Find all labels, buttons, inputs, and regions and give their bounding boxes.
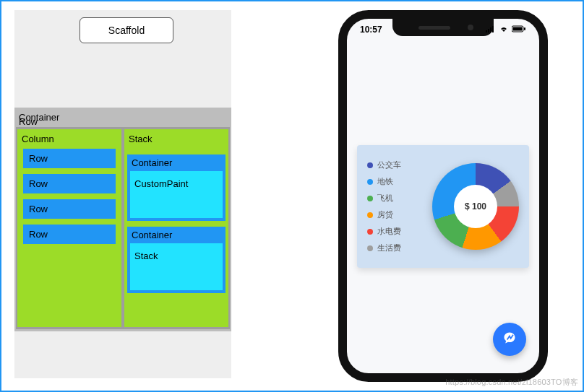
legend-label: 水电费	[377, 226, 401, 237]
layout-diagram: Scaffold Container Row Column Row Row Ro…	[14, 10, 231, 378]
wifi-icon	[499, 25, 509, 35]
container-node: Container Row Column Row Row Row Row Sta…	[14, 108, 231, 331]
legend-item: 生活费	[367, 243, 401, 253]
signal-icon	[486, 25, 496, 35]
phone-mockup: 10:57 公交车 地铁 飞机 房贷 水电费 生活费 $ 100	[338, 10, 548, 382]
container-label: Container	[130, 230, 223, 240]
chat-icon	[502, 331, 517, 348]
row-item: Row	[23, 199, 116, 219]
status-bar: 10:57	[347, 25, 539, 35]
legend: 公交车 地铁 飞机 房贷 水电费 生活费	[367, 160, 401, 253]
container-label: Container	[16, 110, 230, 124]
legend-dot	[367, 162, 373, 168]
legend-label: 生活费	[377, 243, 401, 253]
stack-container-1: Container CustomPaint	[127, 154, 226, 221]
svg-rect-2	[490, 27, 491, 32]
legend-dot	[367, 179, 373, 185]
fab-button[interactable]	[493, 323, 526, 356]
legend-label: 地铁	[377, 176, 393, 187]
stack-container-2: Container Stack	[127, 227, 226, 293]
container-label: Container	[130, 157, 223, 168]
status-time: 10:57	[360, 25, 382, 35]
legend-label: 房贷	[377, 209, 393, 220]
svg-rect-1	[488, 29, 489, 32]
battery-icon	[512, 25, 526, 35]
legend-item: 水电费	[367, 226, 401, 237]
column-rows: Row Row Row Row	[20, 149, 119, 244]
legend-label: 飞机	[377, 193, 393, 204]
scaffold-node: Scaffold	[80, 17, 173, 43]
svg-rect-6	[524, 27, 525, 30]
legend-dot	[367, 245, 373, 251]
svg-rect-0	[486, 30, 487, 32]
row-label: Row	[17, 116, 38, 127]
legend-dot	[367, 229, 373, 235]
legend-item: 地铁	[367, 176, 401, 187]
row-node: Row Column Row Row Row Row Stack Contain…	[16, 127, 230, 329]
expense-card: 公交车 地铁 飞机 房贷 水电费 生活费 $ 100	[357, 145, 529, 268]
legend-label: 公交车	[377, 160, 401, 170]
legend-item: 公交车	[367, 160, 401, 170]
row-item: Row	[23, 149, 116, 168]
legend-dot	[367, 196, 373, 201]
legend-item: 房贷	[367, 209, 401, 220]
donut-chart: $ 100	[432, 163, 519, 250]
row-item: Row	[23, 174, 116, 193]
column-label: Column	[20, 132, 119, 149]
inner-stack-node: Stack	[130, 243, 223, 290]
column-node: Column Row Row Row Row	[17, 129, 121, 327]
svg-rect-3	[492, 26, 494, 32]
watermark-text: https://blog.csdn.net/zl18603TO博客	[445, 377, 578, 388]
status-indicators	[486, 25, 526, 35]
legend-dot	[367, 212, 373, 218]
stack-label: Stack	[127, 132, 226, 149]
custompaint-node: CustomPaint	[130, 171, 223, 218]
stack-node: Stack Container CustomPaint Container St…	[124, 129, 228, 327]
row-item: Row	[23, 225, 116, 244]
donut-center-label: $ 100	[454, 185, 497, 228]
svg-rect-5	[513, 27, 523, 31]
legend-item: 飞机	[367, 193, 401, 204]
